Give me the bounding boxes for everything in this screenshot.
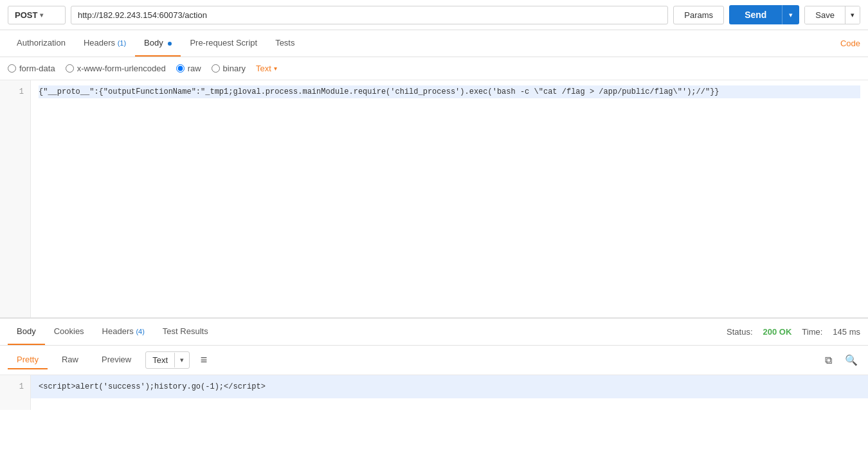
search-icon: 🔍 xyxy=(845,354,858,366)
form-data-option[interactable]: form-data xyxy=(8,64,55,73)
response-editor: 1 <script>alert('success');history.go(-1… xyxy=(0,375,868,410)
response-tab-body[interactable]: Body xyxy=(8,319,45,345)
text-format-dropdown[interactable]: Text ▾ xyxy=(256,64,277,73)
wrap-icon: ≡ xyxy=(201,353,208,367)
save-button-group: Save ▾ xyxy=(804,6,860,24)
body-type-row: form-data x-www-form-urlencoded raw bina… xyxy=(0,57,868,80)
code-link[interactable]: Code xyxy=(840,31,860,56)
save-dropdown-button[interactable]: ▾ xyxy=(845,6,860,24)
url-input[interactable] xyxy=(71,6,668,24)
response-tab-cookies[interactable]: Cookies xyxy=(45,319,93,345)
response-text-dropdown[interactable]: Text ▾ xyxy=(145,351,190,369)
time-label: Time: xyxy=(802,327,822,337)
response-toolbar: Pretty Raw Preview Text ▾ ≡ ⧉ 🔍 xyxy=(0,346,868,375)
response-text-label: Text xyxy=(146,352,174,368)
text-dropdown-chevron-icon: ▾ xyxy=(274,65,277,72)
top-bar: POST ▾ Params Send ▾ Save ▾ xyxy=(0,0,868,30)
request-line-numbers: 1 xyxy=(0,80,31,317)
method-text: POST xyxy=(15,10,37,20)
raw-option[interactable]: raw xyxy=(176,64,201,73)
status-info: Status: 200 OK Time: 145 ms xyxy=(727,327,860,337)
form-data-radio[interactable] xyxy=(8,64,16,73)
status-value: 200 OK xyxy=(763,327,792,337)
response-headers-badge: (4) xyxy=(136,328,144,335)
tab-body[interactable]: Body xyxy=(135,30,181,57)
copy-icon: ⧉ xyxy=(825,355,832,366)
raw-radio[interactable] xyxy=(176,64,185,73)
response-body-content: <script>alert('success');history.go(-1);… xyxy=(31,375,868,410)
send-button[interactable]: Send xyxy=(729,5,782,24)
headers-badge: (1) xyxy=(118,39,126,47)
urlencoded-option[interactable]: x-www-form-urlencoded xyxy=(66,64,166,73)
wrap-icon-button[interactable]: ≡ xyxy=(195,351,213,369)
resp-line-1: 1 xyxy=(0,380,24,393)
line-number-1: 1 xyxy=(0,85,24,98)
send-button-group: Send ▾ xyxy=(729,5,799,24)
response-tab-test-results[interactable]: Test Results xyxy=(154,319,217,345)
tab-headers[interactable]: Headers (1) xyxy=(75,30,135,57)
format-preview-button[interactable]: Preview xyxy=(93,351,140,369)
tab-tests[interactable]: Tests xyxy=(266,30,303,57)
tab-authorization[interactable]: Authorization xyxy=(8,30,75,57)
time-value: 145 ms xyxy=(833,327,860,337)
response-tabs-bar: Body Cookies Headers (4) Test Results St… xyxy=(0,319,868,346)
response-text-chevron-icon[interactable]: ▾ xyxy=(174,353,189,367)
body-active-dot xyxy=(168,42,172,46)
format-raw-button[interactable]: Raw xyxy=(53,351,87,369)
response-section: Body Cookies Headers (4) Test Results St… xyxy=(0,318,868,410)
binary-option[interactable]: binary xyxy=(212,64,246,73)
copy-button[interactable]: ⧉ xyxy=(819,351,837,369)
urlencoded-radio[interactable] xyxy=(66,64,74,73)
response-tab-headers[interactable]: Headers (4) xyxy=(93,319,154,345)
request-tabs: Authorization Headers (1) Body Pre-reque… xyxy=(0,30,868,57)
save-button[interactable]: Save xyxy=(805,6,845,24)
request-editor-area: 1 {"__proto__":{"outputFunctionName":"_t… xyxy=(0,80,868,318)
binary-radio[interactable] xyxy=(212,64,220,73)
send-dropdown-button[interactable]: ▾ xyxy=(782,5,799,24)
params-button[interactable]: Params xyxy=(673,6,724,24)
tab-pre-request[interactable]: Pre-request Script xyxy=(181,30,266,57)
response-body-line-1: <script>alert('success');history.go(-1);… xyxy=(31,375,868,398)
request-body-line-1: {"__proto__":{"outputFunctionName":"_tmp… xyxy=(39,85,860,98)
request-body-editor[interactable]: {"__proto__":{"outputFunctionName":"_tmp… xyxy=(31,80,868,317)
status-label: Status: xyxy=(727,327,752,337)
method-selector[interactable]: POST ▾ xyxy=(8,6,66,24)
response-line-numbers: 1 xyxy=(0,375,31,410)
method-chevron-icon: ▾ xyxy=(40,12,43,19)
search-button[interactable]: 🔍 xyxy=(842,351,860,369)
format-pretty-button[interactable]: Pretty xyxy=(8,351,48,369)
